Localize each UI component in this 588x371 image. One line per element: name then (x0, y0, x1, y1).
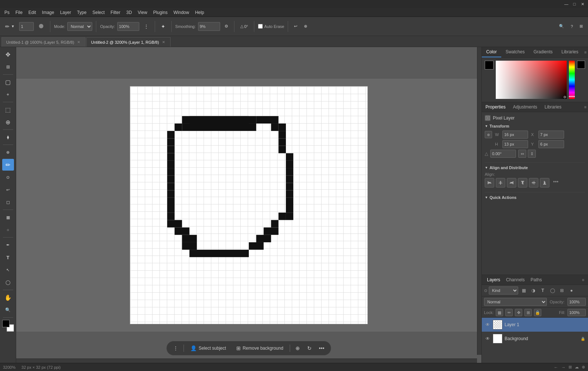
layer-item-background[interactable]: 👁 Background 🔒 (482, 332, 588, 346)
color-panel-menu[interactable]: ≡ (583, 47, 588, 57)
symmetry-btn[interactable]: ⊕ (302, 23, 309, 30)
menu-window[interactable]: Window (171, 9, 192, 16)
menu-ps[interactable]: Ps (1, 9, 12, 16)
background-visibility[interactable]: 👁 (485, 336, 491, 342)
remove-background-btn[interactable]: ⊞ Remove background (233, 344, 287, 353)
pixel-canvas[interactable] (130, 86, 368, 324)
brush-preset-picker[interactable]: ✏ ▼ (3, 22, 17, 31)
properties-tab[interactable]: Properties (482, 102, 509, 112)
tab1-close[interactable]: ✕ (76, 40, 81, 44)
color-gradient-picker[interactable] (496, 61, 567, 99)
canvas-rotate-btn[interactable]: ↻ (305, 345, 314, 351)
layers-panel-menu[interactable]: ≡ (581, 277, 586, 283)
type-tool[interactable]: T (2, 252, 14, 263)
auto-erase-checkbox[interactable] (258, 24, 263, 29)
paths-tab[interactable]: Paths (528, 275, 545, 285)
width-input[interactable] (502, 131, 528, 139)
menu-image[interactable]: Image (39, 9, 57, 16)
libraries-panel-tab[interactable]: Libraries (541, 102, 565, 112)
menu-help[interactable]: Help (192, 9, 207, 16)
eraser-tool[interactable]: ◻ (2, 196, 14, 208)
airbrush-btn[interactable]: ✦ (159, 22, 168, 31)
arrange-btn[interactable]: ⊞ (577, 23, 585, 30)
flip-vertical-btn[interactable]: ⇕ (528, 150, 536, 158)
minimize-button[interactable]: — (564, 1, 569, 7)
align-top-edges-btn[interactable] (518, 178, 527, 188)
lock-artboard-btn[interactable]: ✥ (515, 309, 522, 316)
adjustments-tab[interactable]: Adjustments (509, 102, 541, 112)
brush-size-input[interactable] (19, 22, 34, 31)
align-bottom-edges-btn[interactable] (540, 178, 549, 188)
menu-select[interactable]: Select (89, 9, 107, 16)
menu-file[interactable]: File (12, 9, 25, 16)
layers-mode-select[interactable]: Normal Multiply Screen (484, 298, 547, 306)
brush-tool[interactable]: ✏ (2, 159, 14, 171)
filter-pixel-btn[interactable]: ▦ (520, 286, 528, 295)
brush-hardness-btn[interactable] (36, 22, 46, 31)
color-tab[interactable]: Color (482, 47, 501, 57)
lasso-tool[interactable]: ⌖ (2, 89, 14, 100)
align-centers-v-btn[interactable] (529, 178, 538, 188)
lock-proportions-btn[interactable]: ⊕ (485, 131, 492, 138)
opacity-input[interactable] (117, 22, 139, 31)
lock-position-btn[interactable]: ✏ (505, 309, 513, 316)
blur-tool[interactable]: ○ (2, 224, 14, 236)
lock-all-btn[interactable]: ⊞ (524, 309, 532, 316)
help-btn[interactable]: ? (569, 23, 575, 30)
layer1-visibility[interactable]: 👁 (485, 322, 491, 328)
clone-stamp-tool[interactable]: ⊙ (2, 171, 14, 183)
history-brush-btn[interactable]: ↩ (292, 23, 300, 30)
menu-plugins[interactable]: Plugins (150, 9, 171, 16)
zoom-tool[interactable]: 🔍 (2, 304, 14, 316)
align-right-edges-btn[interactable] (507, 178, 516, 188)
angle-input[interactable] (490, 150, 516, 158)
layers-kind-select[interactable]: Kind (489, 286, 518, 295)
align-centers-h-btn[interactable] (496, 178, 505, 188)
menu-edit[interactable]: Edit (25, 9, 39, 16)
x-input[interactable] (538, 131, 564, 139)
menu-layer[interactable]: Layer (57, 9, 74, 16)
spot-healing-tool[interactable]: ⊕ (2, 146, 14, 158)
filter-smart2-btn[interactable]: ● (567, 286, 576, 295)
filter-adj-btn[interactable]: ◑ (529, 286, 537, 295)
lock-smart-btn[interactable]: 🔒 (534, 309, 541, 316)
quick-actions-header[interactable]: ▼ Quick Actions (485, 195, 585, 200)
align-distribute-header[interactable]: ▼ Align and Distribute (485, 165, 585, 170)
menu-view[interactable]: View (135, 9, 150, 16)
flip-horizontal-btn[interactable]: ⇔ (518, 150, 526, 158)
angle-btn[interactable]: △ 0° (238, 23, 251, 30)
properties-menu[interactable]: ≡ (583, 102, 588, 112)
move-tool[interactable]: ✥ (2, 49, 14, 60)
status-back-btn[interactable]: ← (554, 365, 558, 370)
gradients-tab[interactable]: Gradients (529, 47, 557, 57)
object-select-tool[interactable]: ⬚ (2, 104, 14, 115)
status-forward-btn[interactable]: → (561, 365, 566, 370)
rectangle-select-tool[interactable]: ▢ (2, 76, 14, 88)
artboard-tool[interactable]: ⊞ (2, 61, 14, 73)
smoothing-settings-btn[interactable]: ⚙ (222, 23, 230, 30)
tab-untitled2[interactable]: Untitled-2 @ 3200% (Layer 1, RGB/8) ✕ (86, 37, 171, 47)
search-btn[interactable]: 🔍 (557, 23, 566, 30)
foreground-color-swatch[interactable] (2, 320, 10, 327)
auto-erase-label[interactable]: Auto Erase (258, 24, 284, 29)
canvas-more-btn[interactable]: ••• (317, 345, 327, 351)
path-select-tool[interactable]: ↖ (2, 264, 14, 276)
hand-tool[interactable]: ✋ (2, 292, 14, 303)
vertical-scrollbar[interactable] (477, 47, 481, 355)
layers-tab[interactable]: Layers (484, 275, 503, 285)
pen-tool[interactable]: ✒ (2, 239, 14, 251)
history-brush-tool[interactable]: ↩ (2, 184, 14, 196)
fill-input[interactable] (567, 309, 586, 316)
close-button[interactable]: ✕ (580, 1, 585, 7)
horizontal-scrollbar[interactable] (16, 358, 477, 363)
filter-smart-btn[interactable]: ⊞ (558, 286, 566, 295)
layer-item-1[interactable]: 👁 Layer 1 (482, 318, 588, 332)
select-subject-btn[interactable]: 👤 Select subject (187, 344, 230, 353)
eyedropper-tool[interactable]: ⧫ (2, 131, 14, 143)
lock-pixels-btn[interactable]: ▦ (496, 309, 503, 316)
tab-untitled1[interactable]: Untitled-1 @ 1600% (Layer 5, RGB/8) ✕ (1, 37, 86, 47)
blend-mode-select[interactable]: Normal Multiply Screen Overlay (67, 22, 92, 31)
pressure-opacity-btn[interactable]: ⋮ (141, 22, 151, 31)
tab2-close[interactable]: ✕ (161, 40, 166, 44)
canvas-bg[interactable] (16, 79, 481, 332)
